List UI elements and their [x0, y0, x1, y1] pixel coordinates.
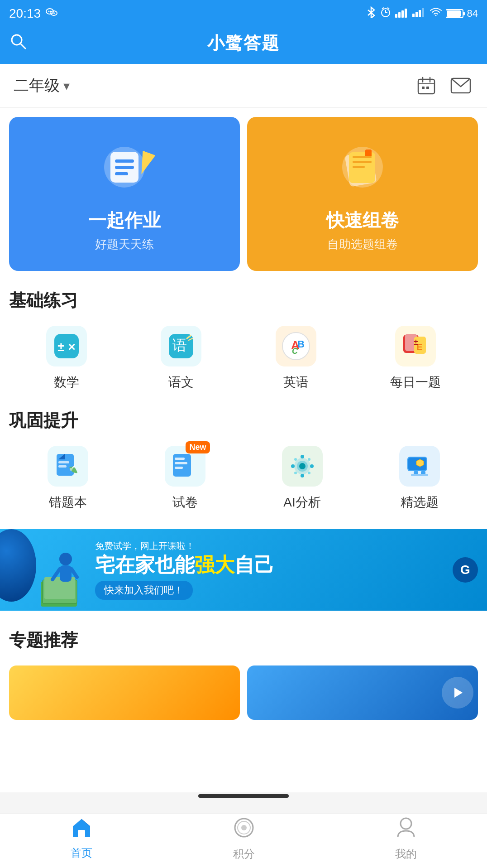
grade-label: 二年级: [14, 75, 60, 96]
advance-section-title: 巩固提升: [9, 409, 478, 432]
selected-item[interactable]: 精选题: [399, 446, 440, 511]
dropdown-icon: ▾: [63, 78, 70, 93]
homework-title: 一起作业: [88, 208, 161, 233]
home-indicator: [198, 794, 289, 798]
banner-sub-text: 快来加入我们吧！: [95, 581, 193, 600]
svg-point-1: [48, 10, 50, 12]
basic-grid: ± × 数学 语 语文 A B: [9, 326, 478, 391]
svg-point-4: [53, 12, 53, 13]
svg-rect-28: [422, 87, 425, 89]
svg-point-57: [299, 463, 306, 469]
banner-go-button[interactable]: G: [453, 557, 478, 583]
svg-line-23: [20, 43, 25, 48]
specialty-card-2[interactable]: [247, 665, 478, 720]
grade-selector[interactable]: 二年级 ▾: [14, 75, 70, 96]
banner-main-text: 宅在家也能强大自己: [95, 554, 274, 576]
svg-text:C: C: [292, 347, 298, 356]
svg-rect-71: [411, 474, 428, 476]
mail-button[interactable]: [448, 73, 473, 98]
svg-point-83: [241, 825, 247, 830]
main-content: 一起作业 好题天天练: [0, 108, 487, 792]
svg-line-9: [382, 8, 384, 9]
banner-wrap: 免费试学，网上开课啦！ 宅在家也能强大自己 快来加入我们吧！ G: [0, 529, 487, 611]
svg-marker-79: [454, 688, 463, 698]
nav-home[interactable]: 首页: [70, 817, 93, 860]
exam-icon-wrap: New: [165, 446, 205, 487]
svg-point-58: [301, 455, 304, 458]
homework-card[interactable]: 一起作业 好题天天练: [9, 117, 240, 271]
nav-points[interactable]: 积分: [233, 816, 255, 861]
svg-rect-17: [419, 10, 421, 17]
new-badge: New: [186, 441, 210, 453]
battery-icon: 84: [446, 8, 478, 19]
ai-item[interactable]: AI分析: [282, 446, 323, 511]
ai-icon-wrap: [282, 446, 323, 487]
svg-rect-16: [415, 12, 418, 17]
daily-icon-wrap: E ±: [395, 326, 436, 366]
svg-rect-53: [175, 462, 187, 464]
svg-rect-11: [395, 14, 397, 18]
svg-point-61: [310, 464, 314, 468]
compose-icon: [331, 135, 394, 199]
svg-text:B: B: [297, 338, 305, 350]
specialty-cards: [9, 665, 478, 720]
nav-mine[interactable]: 我的: [395, 816, 417, 861]
advance-grid: 错题本 New 试卷: [9, 446, 478, 511]
svg-rect-80: [78, 830, 85, 837]
app-title: 小鹭答题: [207, 32, 280, 55]
compose-card[interactable]: 快速组卷 自助选题组卷: [247, 117, 478, 271]
svg-rect-52: [175, 458, 185, 460]
figure-decoration: [36, 536, 91, 611]
exam-item[interactable]: New 试卷: [165, 446, 205, 511]
daily-label: 每日一题: [390, 374, 441, 391]
bottom-nav: 首页 积分 我的: [0, 814, 487, 868]
svg-rect-14: [405, 9, 407, 18]
compose-subtitle: 自助选题组卷: [327, 236, 398, 252]
wechat-icon: [45, 6, 58, 22]
home-icon: [70, 817, 93, 843]
status-right: 84: [366, 6, 478, 21]
banner-content: 免费试学，网上开课啦！ 宅在家也能强大自己 快来加入我们吧！: [95, 540, 274, 599]
english-label: 英语: [283, 374, 309, 391]
sub-header: 二年级 ▾: [0, 64, 487, 108]
specialty-card-1[interactable]: [9, 665, 240, 720]
error-icon-wrap: [48, 446, 88, 487]
math-label: 数学: [54, 374, 79, 391]
svg-point-75: [59, 553, 72, 565]
svg-rect-29: [426, 87, 429, 89]
mine-icon: [396, 816, 416, 844]
chinese-label: 语文: [168, 374, 194, 391]
svg-point-50: [70, 468, 72, 471]
english-icon-wrap: A B C: [276, 326, 316, 366]
svg-rect-15: [412, 14, 415, 17]
svg-rect-51: [173, 454, 191, 477]
promo-banner[interactable]: 免费试学，网上开课啦！ 宅在家也能强大自己 快来加入我们吧！ G: [0, 529, 487, 611]
svg-rect-12: [398, 12, 401, 18]
compose-title: 快速组卷: [326, 208, 399, 233]
english-item[interactable]: A B C 英语: [276, 326, 316, 391]
svg-rect-13: [401, 10, 404, 18]
hero-cards: 一起作业 好题天天练: [9, 117, 478, 271]
selected-icon-wrap: [399, 446, 440, 487]
chinese-icon-wrap: 语: [161, 326, 201, 366]
svg-point-84: [401, 818, 411, 829]
mine-label: 我的: [395, 847, 417, 861]
play-icon: [442, 677, 473, 709]
chinese-item[interactable]: 语 语文: [161, 326, 201, 391]
search-button[interactable]: [9, 32, 27, 54]
selected-label: 精选题: [401, 494, 439, 511]
svg-point-3: [51, 11, 57, 15]
math-item[interactable]: ± × 数学: [46, 326, 87, 391]
homework-subtitle: 好题天天练: [95, 236, 154, 252]
ai-label: AI分析: [283, 494, 320, 511]
daily-item[interactable]: E ± 每日一题: [390, 326, 441, 391]
points-label: 积分: [233, 847, 255, 861]
svg-rect-47: [58, 461, 69, 463]
wifi-icon: [430, 7, 442, 20]
status-time: 20:13: [9, 6, 41, 21]
calendar-button[interactable]: [414, 73, 439, 98]
exam-label: 试卷: [172, 494, 198, 511]
app-header: 小鹭答题: [0, 27, 487, 64]
error-item[interactable]: 错题本: [48, 446, 88, 511]
svg-point-59: [301, 474, 304, 477]
